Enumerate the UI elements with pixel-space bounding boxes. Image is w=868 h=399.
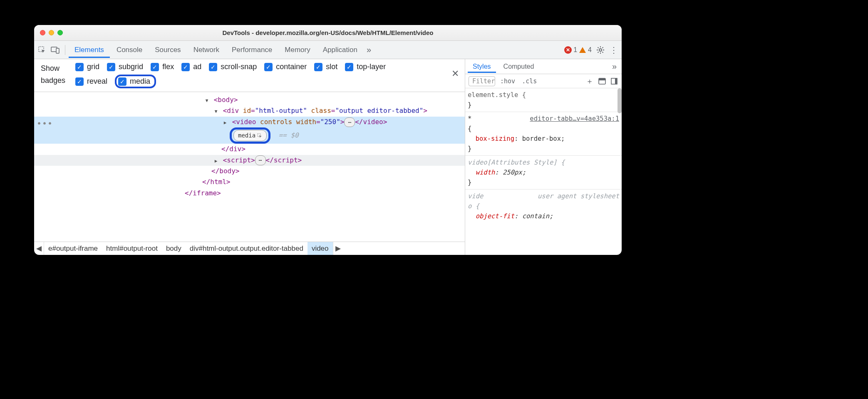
- badge-slot[interactable]: ✓slot: [314, 62, 337, 71]
- dom-tree[interactable]: <body> <div id="html-output" class="outp…: [34, 92, 465, 242]
- checkbox-icon: ✓: [151, 63, 159, 71]
- caret-right-icon[interactable]: [213, 155, 219, 166]
- breadcrumb-item[interactable]: e#output-iframe: [44, 242, 102, 255]
- settings-icon[interactable]: [594, 44, 607, 56]
- badge-container[interactable]: ✓container: [264, 62, 307, 71]
- devtools-tabbar: Elements Console Sources Network Perform…: [34, 41, 622, 59]
- breadcrumb-item-selected[interactable]: video: [308, 242, 333, 255]
- minimize-window-button[interactable]: [49, 30, 54, 35]
- tree-node-script[interactable]: <script>⋯</script>: [34, 155, 465, 166]
- source-link[interactable]: editor-tabb…v=4ae353a:1: [530, 114, 619, 124]
- ellipsis-pill[interactable]: ⋯: [255, 155, 266, 165]
- tab-network[interactable]: Network: [188, 42, 225, 58]
- tree-node-html-close[interactable]: </html>: [34, 177, 465, 187]
- badge-reveal[interactable]: ✓reveal: [75, 77, 107, 86]
- badges-grid: ✓grid ✓subgrid ✓flex ✓ad ✓scroll-snap ✓c…: [75, 62, 417, 88]
- svg-point-3: [599, 49, 602, 51]
- hov-toggle[interactable]: :hov: [498, 77, 517, 85]
- tab-styles[interactable]: Styles: [468, 60, 496, 73]
- checkbox-icon: ✓: [118, 77, 126, 86]
- more-menu-icon[interactable]: ⋮: [608, 44, 620, 56]
- ellipsis-pill[interactable]: ⋯: [344, 117, 355, 127]
- checkbox-icon: ✓: [75, 63, 84, 71]
- breadcrumb-item[interactable]: html#output-root: [102, 242, 162, 255]
- close-window-button[interactable]: [40, 30, 45, 35]
- checkbox-icon: ✓: [107, 63, 115, 71]
- svg-rect-2: [56, 48, 59, 53]
- breadcrumb-item[interactable]: body: [162, 242, 186, 255]
- tree-node-div-close[interactable]: </div>: [34, 144, 465, 155]
- svg-rect-8: [615, 78, 617, 84]
- main-row: Show badges ✓grid ✓subgrid ✓flex ✓ad ✓sc…: [34, 59, 622, 255]
- device-toggle-icon[interactable]: [49, 44, 62, 56]
- warning-icon: [579, 46, 586, 54]
- caret-down-icon[interactable]: [204, 95, 210, 105]
- new-rule-icon[interactable]: ＋: [584, 76, 593, 86]
- breadcrumb-scroll-left[interactable]: ◀: [34, 242, 44, 255]
- checkbox-icon: ✓: [75, 77, 84, 86]
- tree-node-video-selected[interactable]: ••• <video controls width="250">⋯</video…: [34, 117, 465, 127]
- scrollbar-thumb[interactable]: [618, 88, 622, 113]
- badge-media[interactable]: ✓media: [115, 75, 156, 88]
- issue-counts[interactable]: ✕ 1 4: [563, 46, 593, 54]
- media-badge-highlight: media: [230, 127, 270, 144]
- badge-scroll-snap[interactable]: ✓scroll-snap: [209, 62, 257, 71]
- badge-grid[interactable]: ✓grid: [75, 62, 99, 71]
- inspect-mini-icon: [257, 133, 262, 138]
- tab-application[interactable]: Application: [317, 42, 363, 58]
- media-badge[interactable]: media: [233, 130, 267, 141]
- tree-node-iframe-close[interactable]: </iframe>: [34, 188, 465, 199]
- window-titlebar: DevTools - developer.mozilla.org/en-US/d…: [34, 25, 622, 41]
- devtools-window: DevTools - developer.mozilla.org/en-US/d…: [34, 25, 622, 255]
- more-tabs-icon[interactable]: »: [364, 45, 374, 55]
- error-icon: ✕: [564, 46, 572, 54]
- window-title: DevTools - developer.mozilla.org/en-US/d…: [34, 29, 622, 36]
- badge-subgrid[interactable]: ✓subgrid: [107, 62, 143, 71]
- caret-right-icon[interactable]: [222, 117, 228, 127]
- inspect-icon[interactable]: [36, 44, 48, 56]
- badge-flex[interactable]: ✓flex: [151, 62, 174, 71]
- tab-console[interactable]: Console: [111, 42, 148, 58]
- tab-computed[interactable]: Computed: [498, 60, 539, 73]
- badges-label: Show badges: [41, 62, 65, 87]
- checkbox-icon: ✓: [209, 63, 217, 71]
- checkbox-icon: ✓: [181, 63, 190, 71]
- tree-node-body-close[interactable]: </body>: [34, 166, 465, 177]
- caret-down-icon[interactable]: [213, 105, 219, 116]
- computed-sidebar-icon[interactable]: [597, 78, 606, 85]
- separator: [65, 45, 65, 55]
- tab-sources[interactable]: Sources: [149, 42, 186, 58]
- breadcrumb-bar: ◀ e#output-iframe html#output-root body …: [34, 242, 465, 255]
- styles-filter-input[interactable]: Filter: [469, 76, 495, 86]
- checkbox-icon: ✓: [264, 63, 273, 71]
- styles-tabbar: Styles Computed »: [465, 59, 622, 74]
- tree-node-body[interactable]: <body>: [34, 95, 465, 105]
- badge-ad[interactable]: ✓ad: [181, 62, 201, 71]
- tree-node-media-badge[interactable]: media == $0: [34, 127, 465, 144]
- error-count: 1: [573, 46, 577, 54]
- elements-panel: Show badges ✓grid ✓subgrid ✓flex ✓ad ✓sc…: [34, 59, 465, 255]
- styles-toolbar: Filter :hov .cls ＋: [465, 74, 622, 88]
- more-tabs-icon[interactable]: »: [610, 62, 619, 71]
- cls-toggle[interactable]: .cls: [520, 77, 538, 85]
- checkbox-icon: ✓: [345, 63, 353, 71]
- tab-performance[interactable]: Performance: [226, 42, 278, 58]
- tab-memory[interactable]: Memory: [279, 42, 316, 58]
- breadcrumb-item[interactable]: div#html-output.output.editor-tabbed: [186, 242, 308, 255]
- badge-top-layer[interactable]: ✓top-layer: [345, 62, 386, 71]
- zoom-window-button[interactable]: [57, 30, 63, 35]
- traffic-lights: [34, 30, 63, 35]
- svg-rect-6: [599, 78, 605, 80]
- warning-count: 4: [588, 46, 592, 54]
- toggle-sidebar-icon[interactable]: [609, 78, 618, 85]
- tree-node-div[interactable]: <div id="html-output" class="output edit…: [34, 105, 465, 116]
- ellipsis-icon[interactable]: •••: [37, 117, 53, 130]
- badges-panel: Show badges ✓grid ✓subgrid ✓flex ✓ad ✓sc…: [34, 59, 465, 92]
- tab-elements[interactable]: Elements: [69, 42, 110, 58]
- breadcrumb-scroll-right[interactable]: ▶: [333, 242, 343, 255]
- styles-panel: Styles Computed » Filter :hov .cls ＋: [465, 59, 622, 255]
- styles-rules[interactable]: element.style { } * editor-tabb…v=4ae353…: [465, 88, 622, 255]
- close-icon[interactable]: ✕: [451, 68, 459, 79]
- checkbox-icon: ✓: [314, 63, 322, 71]
